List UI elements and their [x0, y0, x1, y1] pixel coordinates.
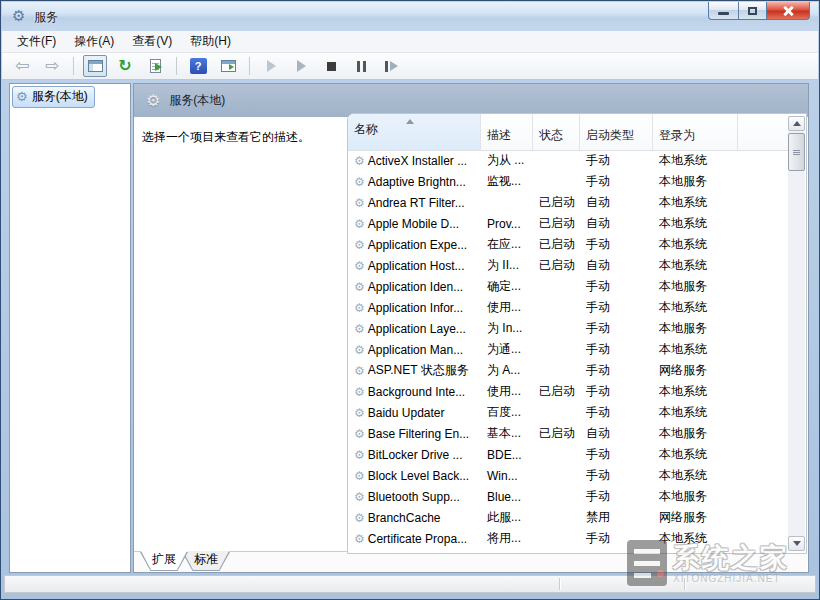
resume-service-button[interactable] — [289, 55, 313, 77]
service-logon-cell: 本地服务 — [653, 320, 738, 337]
service-gear-icon: ⚙ — [354, 512, 365, 524]
table-row[interactable]: ⚙ ASP.NET 状态服务 为 A... 手动 网络服务 — [348, 360, 788, 381]
service-gear-icon: ⚙ — [354, 533, 365, 545]
column-header-startup-type[interactable]: 启动类型 — [580, 114, 653, 150]
column-header-logon-as[interactable]: 登录为 — [653, 114, 738, 150]
service-gear-icon: ⚙ — [354, 344, 365, 356]
window-title: 服务 — [34, 9, 58, 26]
menu-action[interactable]: 操作(A) — [65, 30, 123, 53]
tab-standard[interactable]: 标准 — [182, 552, 230, 571]
service-gear-icon: ⚙ — [354, 407, 365, 419]
pause-service-button[interactable] — [349, 55, 373, 77]
vertical-scrollbar[interactable] — [788, 116, 805, 551]
tab-extended[interactable]: 扩展 — [140, 552, 188, 571]
menu-file[interactable]: 文件(F) — [8, 30, 65, 53]
view-tabs-bar: 扩展 标准 — [134, 551, 807, 572]
table-row[interactable]: ⚙ BitLocker Drive ... BDE... 手动 本地系统 — [348, 444, 788, 465]
service-logon-cell: 本地系统 — [653, 152, 738, 169]
service-name-cell: ⚙ Background Inte... — [348, 385, 481, 399]
table-row[interactable]: ⚙ Application Laye... 为 In... 手动 本地服务 — [348, 318, 788, 339]
service-logon-cell: 本地系统 — [653, 215, 738, 232]
service-gear-icon: ⚙ — [354, 428, 365, 440]
service-description-cell: 使用... — [481, 299, 533, 316]
table-row[interactable]: ⚙ Baidu Updater 百度... 手动 本地系统 — [348, 402, 788, 423]
service-gear-icon: ⚙ — [354, 470, 365, 482]
sort-ascending-icon — [406, 119, 414, 124]
table-row[interactable]: ⚙ Application Man... 为通... 手动 本地系统 — [348, 339, 788, 360]
menu-help[interactable]: 帮助(H) — [181, 30, 240, 53]
stop-service-button[interactable] — [319, 55, 343, 77]
table-row[interactable]: ⚙ ActiveX Installer ... 为从 ... 手动 本地系统 — [348, 150, 788, 171]
table-row[interactable]: ⚙ Application Iden... 确定... 手动 本地服务 — [348, 276, 788, 297]
service-description-cell: 此服... — [481, 509, 533, 526]
back-icon: ⇦ — [15, 56, 29, 76]
service-name-cell: ⚙ Apple Mobile D... — [348, 217, 481, 231]
table-row[interactable]: ⚙ Bluetooth Supp... Blue... 手动 本地服务 — [348, 486, 788, 507]
table-row[interactable]: ⚙ BranchCache 此服... 禁用 网络服务 — [348, 507, 788, 528]
scroll-down-icon — [793, 541, 801, 546]
service-name-cell: ⚙ Application Laye... — [348, 322, 481, 336]
refresh-button[interactable]: ↻ — [113, 55, 137, 77]
column-header-description[interactable]: 描述 — [481, 114, 533, 150]
service-startup-type-cell: 自动 — [580, 425, 653, 442]
titlebar: ⚙ 服务 — [2, 2, 818, 32]
toolbar: ⇦ ⇨ ↻ ? — [2, 53, 818, 80]
service-logon-cell: 本地系统 — [653, 341, 738, 358]
table-row[interactable]: ⚙ Andrea RT Filter... 已启动 自动 本地系统 — [348, 192, 788, 213]
minimize-button[interactable] — [708, 2, 738, 20]
service-gear-icon: ⚙ — [354, 386, 365, 398]
service-description-cell: 使用... — [481, 383, 533, 400]
menu-view[interactable]: 查看(V) — [123, 30, 181, 53]
scrollbar-thumb[interactable] — [788, 133, 805, 171]
column-header-name[interactable]: 名称 — [348, 114, 481, 150]
help-button[interactable]: ? — [186, 55, 210, 77]
table-row[interactable]: ⚙ Base Filtering En... 基本... 已启动 自动 本地服务 — [348, 423, 788, 444]
service-startup-type-cell: 手动 — [580, 341, 653, 358]
service-logon-cell: 本地系统 — [653, 299, 738, 316]
service-startup-type-cell: 手动 — [580, 173, 653, 190]
restart-service-button[interactable] — [379, 55, 403, 77]
show-console-tree-button[interactable] — [83, 55, 107, 77]
service-gear-icon: ⚙ — [354, 365, 365, 377]
table-row[interactable]: ⚙ Application Expe... 在应... 已启动 手动 本地系统 — [348, 234, 788, 255]
service-gear-icon: ⚙ — [354, 323, 365, 335]
services-gear-icon: ⚙ — [16, 89, 28, 104]
service-description-cell: 为通... — [481, 341, 533, 358]
service-gear-icon: ⚙ — [354, 239, 365, 251]
maximize-button[interactable] — [738, 2, 767, 20]
service-description-cell: 在应... — [481, 236, 533, 253]
table-row[interactable]: ⚙ Apple Mobile D... Prov... 已启动 自动 本地系统 — [348, 213, 788, 234]
start-service-button[interactable] — [259, 55, 283, 77]
forward-button[interactable]: ⇨ — [40, 55, 64, 77]
show-action-pane-button[interactable] — [216, 55, 240, 77]
table-row[interactable]: ⚙ Application Infor... 使用... 手动 本地系统 — [348, 297, 788, 318]
table-row[interactable]: ⚙ Certificate Propa... 将用... 手动 本地系统 — [348, 528, 788, 549]
toolbar-separator — [73, 57, 74, 75]
service-logon-cell: 本地系统 — [653, 383, 738, 400]
close-button[interactable] — [767, 2, 810, 20]
service-name-cell: ⚙ Certificate Propa... — [348, 532, 481, 546]
service-startup-type-cell: 手动 — [580, 236, 653, 253]
service-startup-type-cell: 手动 — [580, 530, 653, 547]
export-list-button[interactable] — [143, 55, 167, 77]
column-header-status[interactable]: 状态 — [533, 114, 580, 150]
service-startup-type-cell: 手动 — [580, 404, 653, 421]
scroll-up-button[interactable] — [788, 116, 805, 131]
table-row[interactable]: ⚙ Application Host... 为 II... 已启动 自动 本地系… — [348, 255, 788, 276]
service-startup-type-cell: 禁用 — [580, 509, 653, 526]
back-button[interactable]: ⇦ — [10, 55, 34, 77]
table-row[interactable]: ⚙ Adaptive Brightn... 监视... 手动 本地服务 — [348, 171, 788, 192]
table-row[interactable]: ⚙ Background Inte... 使用... 已启动 手动 本地系统 — [348, 381, 788, 402]
close-icon — [782, 5, 794, 17]
service-logon-cell: 本地系统 — [653, 467, 738, 484]
tree-item-services-local[interactable]: ⚙ 服务(本地) — [12, 86, 95, 108]
service-name-cell: ⚙ BranchCache — [348, 511, 481, 525]
service-logon-cell: 本地服务 — [653, 488, 738, 505]
help-icon: ? — [190, 58, 207, 74]
table-row[interactable]: ⚙ Block Level Back... Win... 手动 本地系统 — [348, 465, 788, 486]
service-name-cell: ⚙ Application Man... — [348, 343, 481, 357]
service-startup-type-cell: 手动 — [580, 446, 653, 463]
scroll-down-button[interactable] — [788, 536, 805, 551]
service-name-cell: ⚙ Baidu Updater — [348, 406, 481, 420]
service-description-cell: 基本... — [481, 425, 533, 442]
